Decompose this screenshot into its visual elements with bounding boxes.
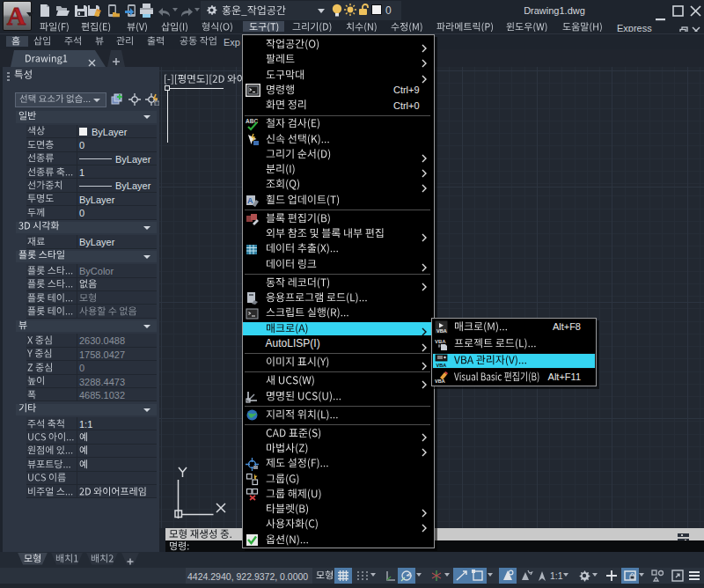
svg-text:A: A xyxy=(247,196,253,205)
svg-text:VBA: VBA xyxy=(436,328,447,334)
svg-text:VBA: VBA xyxy=(435,379,445,384)
svg-text:A: A xyxy=(7,2,26,30)
svg-text:VBA: VBA xyxy=(436,363,447,368)
svg-text:VBA: VBA xyxy=(435,339,446,344)
